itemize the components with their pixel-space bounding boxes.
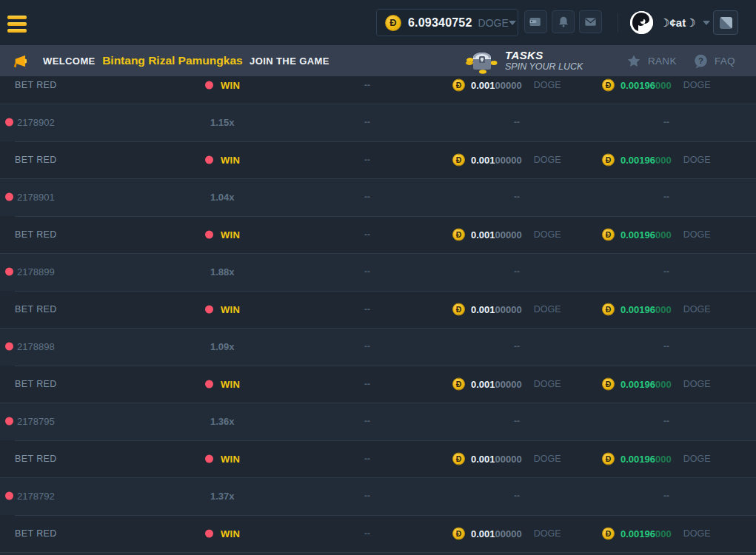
bet-row: BET REDWIN--Đ0.00100000DOGEĐ0.00196000DO… [0,76,756,104]
empty-cell: -- [364,491,370,501]
hamburger-bar [7,29,27,33]
question-mark-icon: ? [693,53,709,69]
empty-cell: -- [663,491,669,501]
profit-amount: 0.00196 [620,303,655,314]
doge-coin-icon: Đ [452,153,465,166]
bet-row: BET REDWIN--Đ0.00100000DOGEĐ0.00196000DO… [0,291,756,329]
doge-coin-icon: Đ [452,303,465,315]
balance-selector[interactable]: Đ 6.09340752 DOGE [376,9,518,36]
win-label: WIN [221,303,240,314]
bet-amount: 0.001 [471,528,495,539]
tasks-link[interactable]: TASKS SPIN YOUR LUCK [465,45,583,76]
balance-currency-label: DOGE [478,17,509,29]
bet-color-dot [205,380,213,388]
bet-choice-label: BET RED [15,80,57,90]
bet-amount-trailing-zeros: 00000 [495,378,522,389]
announcement-banner: WELCOME Bintang Rizal Pamungkas JOIN THE… [0,45,756,76]
bet-amount-cell: Đ0.00100000DOGE [452,377,561,390]
bet-color-dot [205,81,213,89]
bet-currency-label: DOGE [534,155,561,165]
messages-button[interactable] [579,10,602,33]
user-menu[interactable]: ☽¢at☽ [630,0,710,45]
welcome-prefix: WELCOME [43,56,96,67]
round-row: 21788981.09x------ [0,328,756,366]
bet-result: WIN [205,378,240,389]
bet-row: BET REDWIN--Đ0.00100000DOGEĐ0.00196000DO… [0,141,756,179]
hamburger-menu-icon[interactable] [7,16,27,33]
doge-coin-icon: Đ [452,377,465,390]
round-id: 2178901 [17,192,55,203]
round-id: 2178792 [17,491,55,502]
bet-row: BET REDWIN--Đ0.00100000DOGEĐ0.00196000DO… [0,515,756,553]
chat-toggle-button[interactable] [713,10,738,35]
bet-choice-label: BET RED [15,229,57,240]
profit-amount-trailing-zeros: 000 [655,303,672,314]
rank-link[interactable]: RANK [626,45,677,76]
chevron-down-icon [509,21,516,25]
faq-link[interactable]: ? FAQ [693,45,735,76]
empty-cell: -- [364,192,370,202]
svg-text:?: ? [698,56,703,65]
welcome-suffix: JOIN THE GAME [250,56,330,67]
bet-result: WIN [205,528,240,539]
bet-color-dot [205,529,213,537]
profit-amount-cell: Đ0.00196000DOGE [602,153,711,166]
doge-coin-icon: Đ [602,303,615,315]
empty-cell: -- [364,379,370,389]
bet-amount: 0.001 [471,229,495,240]
profit-amount-cell: Đ0.00196000DOGE [602,78,711,91]
bet-currency-label: DOGE [534,80,561,90]
profit-currency-label: DOGE [683,80,711,90]
empty-cell: -- [514,117,520,127]
bet-amount-trailing-zeros: 00000 [495,229,522,240]
wallet-button[interactable] [524,10,547,33]
round-multiplier: 1.37x [210,491,235,502]
round-multiplier: 1.88x [210,266,235,278]
bet-currency-label: DOGE [534,304,561,314]
bet-choice-label: BET RED [15,304,57,314]
bet-row: BET REDWIN--Đ0.00100000DOGEĐ0.00196000DO… [0,366,756,403]
round-id: 2178899 [17,266,55,278]
avatar [630,11,653,34]
empty-cell: -- [364,266,370,277]
empty-cell: -- [663,266,669,277]
profit-amount-cell: Đ0.00196000DOGE [602,377,711,390]
round-row: 21788991.88x------ [0,253,756,291]
bet-amount-cell: Đ0.00100000DOGE [452,228,561,240]
round-row: 21789021.15x------ [0,104,756,141]
doge-coin-icon: Đ [385,15,401,31]
profit-amount: 0.00196 [620,528,655,539]
chevron-down-icon [703,21,710,25]
bet-result: WIN [205,229,240,240]
profit-amount-cell: Đ0.00196000DOGE [602,303,711,315]
profit-amount: 0.00196 [620,79,655,90]
welcome-player-name: Bintang Rizal Pamungkas [102,54,242,67]
treasure-chest-icon [465,47,498,74]
notifications-button[interactable] [552,10,575,33]
bet-color-dot [205,454,213,462]
bet-result: WIN [205,154,240,165]
empty-cell: -- [364,117,370,127]
round-id: 2178898 [17,341,55,352]
bet-currency-label: DOGE [534,528,561,539]
bet-amount-trailing-zeros: 00000 [495,303,522,314]
bet-currency-label: DOGE [534,379,561,389]
bet-history-table[interactable]: BET REDWIN--Đ0.00100000DOGEĐ0.00196000DO… [0,76,756,555]
doge-coin-icon: Đ [602,153,615,166]
empty-cell: -- [663,416,669,426]
profit-amount: 0.00196 [620,453,655,464]
bet-amount: 0.001 [471,303,495,314]
profit-amount-trailing-zeros: 000 [655,154,672,165]
tasks-text: TASKS SPIN YOUR LUCK [505,49,583,73]
bet-amount-trailing-zeros: 00000 [495,453,522,464]
empty-cell: -- [663,117,669,127]
bet-currency-label: DOGE [534,454,561,464]
empty-cell: -- [364,80,370,90]
bet-choice-label: BET RED [15,454,57,464]
empty-cell: -- [364,454,370,464]
faq-label: FAQ [715,56,735,67]
bet-amount-cell: Đ0.00100000DOGE [452,303,561,315]
profit-amount-trailing-zeros: 000 [655,79,672,90]
welcome-message: WELCOME Bintang Rizal Pamungkas JOIN THE… [10,45,330,76]
empty-cell: -- [364,229,370,240]
